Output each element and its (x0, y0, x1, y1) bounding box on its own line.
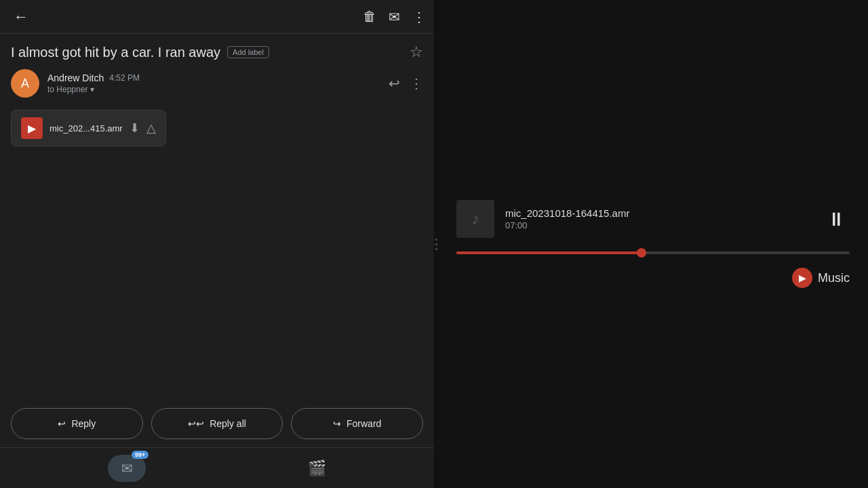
email-subject: I almost got hit by a car. I ran away (11, 43, 220, 61)
download-icon[interactable]: ⬇ (130, 121, 140, 136)
music-thumbnail-icon: ♪ (471, 209, 479, 228)
pause-icon: ⏸ (827, 208, 846, 230)
sender-name: Andrew Ditch (47, 73, 104, 83)
reply-icon[interactable]: ↩ (389, 75, 400, 92)
email-bottom-actions: ↩ Reply ↩↩ Reply all ↪ Forward (0, 400, 434, 447)
yt-music-brand: ▶ Music (456, 268, 850, 288)
player-track-info: ♪ mic_20231018-164415.amr 07:00 ⏸ (456, 200, 850, 238)
reply-all-btn-icon: ↩↩ (188, 418, 204, 429)
drive-save-icon[interactable]: △ (146, 121, 156, 136)
attachment-file-icon: ▶ (21, 117, 43, 139)
forward-btn-icon: ↪ (333, 418, 341, 429)
reply-btn-icon: ↩ (58, 418, 66, 429)
email-panel: ← 🗑 ✉ ⋮ I almost got hit by a car. I ran… (0, 0, 434, 488)
mail-nav-icon: ✉ (121, 460, 133, 476)
email-message: A Andrew Ditch 4:52 PM to Heppner ▾ ↩ ⋮ (0, 66, 434, 103)
divider-dot-1 (435, 239, 437, 241)
sender-name-row: Andrew Ditch 4:52 PM (47, 73, 140, 83)
player-text: mic_20231018-164415.amr 07:00 (505, 207, 812, 230)
pause-button[interactable]: ⏸ (823, 205, 850, 232)
divider-dot-3 (435, 248, 437, 250)
mail-nav-button[interactable]: ✉ 99+ (108, 455, 146, 482)
sender-details: Andrew Ditch 4:52 PM to Heppner ▾ (47, 73, 140, 94)
progress-filled (456, 251, 642, 254)
reply-all-btn-label: Reply all (210, 418, 246, 429)
recipient-text: to Heppner (47, 85, 87, 94)
add-label-button[interactable]: Add label (227, 46, 269, 58)
avatar: A (11, 69, 39, 98)
reply-btn-label: Reply (71, 418, 96, 429)
bottom-nav: ✉ 99+ 🎬 (0, 447, 434, 488)
video-nav-button[interactable]: 🎬 (308, 460, 326, 477)
send-time: 4:52 PM (109, 73, 140, 83)
message-actions: ↩ ⋮ (389, 75, 423, 92)
player-duration: 07:00 (505, 220, 812, 230)
email-topbar: ← 🗑 ✉ ⋮ (0, 0, 434, 34)
reply-all-button[interactable]: ↩↩ Reply all (151, 408, 283, 439)
delete-icon[interactable]: 🗑 (363, 9, 376, 24)
mark-unread-icon[interactable]: ✉ (389, 9, 400, 25)
divider-dot-2 (435, 243, 437, 245)
player-track-name: mic_20231018-164415.amr (505, 207, 812, 219)
attachment-name: mic_202...415.amr (50, 123, 123, 134)
recipient-row: to Heppner ▾ (47, 85, 140, 94)
sender-info: A Andrew Ditch 4:52 PM to Heppner ▾ (11, 69, 140, 98)
music-panel: ♪ mic_20231018-164415.amr 07:00 ⏸ ▶ Mu (438, 0, 868, 488)
yt-music-label: Music (818, 271, 850, 285)
more-options-icon[interactable]: ⋮ (412, 9, 426, 25)
yt-play-icon: ▶ (799, 272, 806, 283)
progress-bar[interactable] (456, 251, 850, 254)
subject-left: I almost got hit by a car. I ran away Ad… (11, 43, 404, 61)
topbar-right: 🗑 ✉ ⋮ (363, 9, 426, 25)
reply-button[interactable]: ↩ Reply (11, 408, 143, 439)
attachment-area: ▶ mic_202...415.amr ⬇ △ (11, 110, 423, 146)
message-more-icon[interactable]: ⋮ (410, 75, 423, 92)
recipient-chevron-icon[interactable]: ▾ (90, 85, 94, 94)
attachment-actions: ⬇ △ (130, 121, 156, 136)
attachment-card[interactable]: ▶ mic_202...415.amr ⬇ △ (11, 110, 166, 146)
back-button[interactable]: ← (8, 5, 34, 28)
topbar-left: ← (8, 5, 34, 28)
forward-button[interactable]: ↪ Forward (291, 408, 423, 439)
message-header: A Andrew Ditch 4:52 PM to Heppner ▾ ↩ ⋮ (11, 69, 423, 98)
progress-handle[interactable] (637, 248, 646, 258)
email-subject-area: I almost got hit by a car. I ran away Ad… (0, 34, 434, 66)
player-progress-area (456, 251, 850, 254)
player-thumbnail: ♪ (456, 200, 494, 238)
mail-badge: 99+ (132, 451, 149, 459)
player-container: ♪ mic_20231018-164415.amr 07:00 ⏸ ▶ Mu (456, 200, 850, 288)
yt-music-logo: ▶ (792, 268, 812, 288)
star-icon[interactable]: ☆ (410, 43, 423, 61)
forward-btn-label: Forward (347, 418, 381, 429)
